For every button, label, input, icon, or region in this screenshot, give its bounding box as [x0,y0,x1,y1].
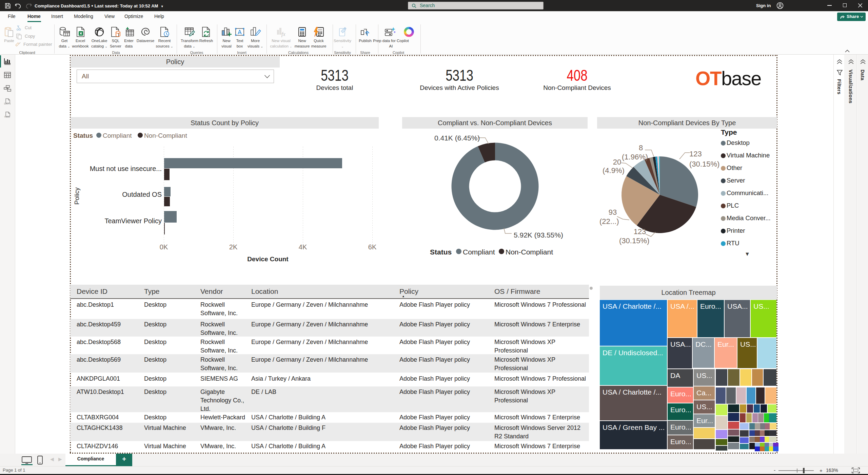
svg-text:fx: fx [281,31,285,37]
svg-text:TMDL: TMDL [4,116,10,118]
svg-text:DAX: DAX [4,102,9,105]
